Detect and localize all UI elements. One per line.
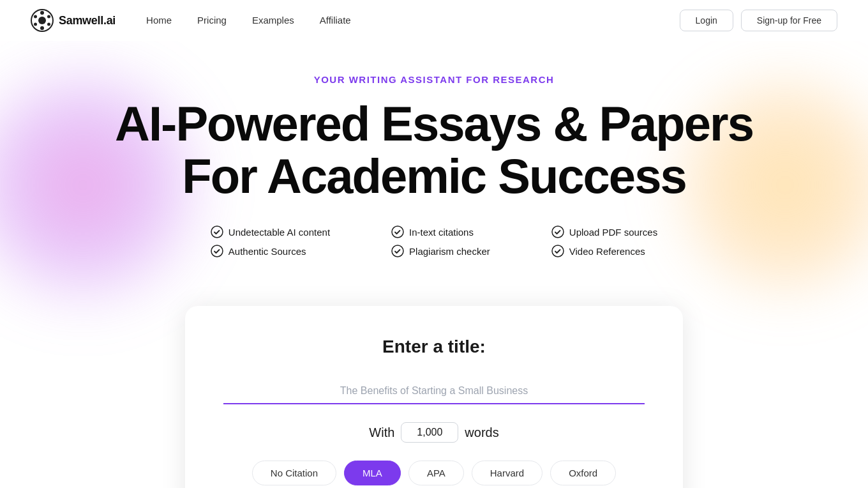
citation-apa[interactable]: APA	[408, 461, 464, 485]
svg-point-2	[40, 11, 44, 15]
navbar: Samwell.ai Home Pricing Examples Affilia…	[0, 0, 868, 41]
check-icon-1	[211, 225, 223, 238]
words-suffix: words	[465, 425, 498, 440]
features-col-1: Undetectable AI content Authentic Source…	[180, 225, 361, 257]
hero-subtitle: YOUR WRITING ASSISTANT FOR RESEARCH	[26, 74, 842, 85]
feature-item-5: Upload PDF sources	[551, 225, 657, 238]
feature-item-6: Video References	[551, 245, 657, 257]
features-grid: Undetectable AI content Authentic Source…	[26, 225, 842, 257]
feature-item-1: Undetectable AI content	[211, 225, 330, 238]
hero-title-line2: For Academic Success	[182, 149, 685, 203]
feature-item-4: Plagiarism checker	[391, 245, 490, 257]
svg-point-10	[392, 226, 403, 238]
nav-item-pricing[interactable]: Pricing	[197, 15, 227, 26]
feature-item-3: In-text citations	[391, 225, 490, 238]
feature-label-6: Video References	[569, 246, 645, 257]
citation-row: No Citation MLA APA Harvard Oxford	[223, 461, 645, 485]
hero-title: AI-Powered Essays & Papers For Academic …	[26, 98, 842, 202]
main-card: Enter a title: With words No Citation ML…	[185, 306, 683, 488]
logo[interactable]: Samwell.ai	[31, 9, 116, 32]
login-button[interactable]: Login	[680, 10, 733, 31]
words-with-label: With	[369, 425, 394, 440]
nav-link-home[interactable]: Home	[146, 15, 172, 26]
svg-point-6	[34, 23, 37, 26]
words-input[interactable]	[401, 422, 458, 443]
check-icon-2	[211, 245, 223, 257]
nav-item-examples[interactable]: Examples	[252, 15, 294, 26]
features-col-3: Upload PDF sources Video References	[521, 225, 688, 257]
logo-icon	[31, 9, 54, 32]
citation-harvard[interactable]: Harvard	[472, 461, 542, 485]
check-icon-3	[391, 225, 404, 238]
svg-point-13	[552, 245, 564, 257]
features-col-2: In-text citations Plagiarism checker	[361, 225, 521, 257]
svg-point-1	[38, 17, 46, 24]
nav-right: Login Sign-up for Free	[680, 10, 837, 31]
svg-point-11	[392, 245, 403, 257]
nav-links: Home Pricing Examples Affiliate	[146, 15, 351, 26]
svg-point-4	[47, 23, 50, 26]
citation-oxford[interactable]: Oxford	[550, 461, 616, 485]
nav-item-home[interactable]: Home	[146, 15, 172, 26]
svg-point-8	[211, 226, 223, 238]
citation-mla[interactable]: MLA	[344, 461, 401, 485]
hero-section: YOUR WRITING ASSISTANT FOR RESEARCH AI-P…	[0, 41, 868, 306]
check-icon-5	[551, 225, 564, 238]
feature-label-1: Undetectable AI content	[228, 227, 330, 238]
feature-label-3: In-text citations	[409, 227, 474, 238]
logo-text: Samwell.ai	[59, 14, 116, 27]
svg-point-9	[211, 245, 223, 257]
check-icon-6	[551, 245, 564, 257]
citation-no-citation[interactable]: No Citation	[252, 461, 336, 485]
svg-point-12	[552, 226, 564, 238]
words-row: With words	[223, 422, 645, 443]
title-input-wrapper	[223, 380, 645, 404]
svg-point-7	[34, 15, 37, 19]
nav-link-affiliate[interactable]: Affiliate	[320, 15, 351, 26]
nav-link-pricing[interactable]: Pricing	[197, 15, 227, 26]
title-input[interactable]	[223, 380, 645, 404]
feature-label-2: Authentic Sources	[228, 246, 306, 257]
nav-link-examples[interactable]: Examples	[252, 15, 294, 26]
nav-item-affiliate[interactable]: Affiliate	[320, 15, 351, 26]
feature-label-4: Plagiarism checker	[409, 246, 490, 257]
feature-label-5: Upload PDF sources	[569, 227, 657, 238]
signup-button[interactable]: Sign-up for Free	[741, 10, 837, 31]
check-icon-4	[391, 245, 404, 257]
hero-title-line1: AI-Powered Essays & Papers	[115, 96, 753, 151]
nav-left: Samwell.ai Home Pricing Examples Affilia…	[31, 9, 351, 32]
feature-item-2: Authentic Sources	[211, 245, 330, 257]
card-title: Enter a title:	[223, 337, 645, 357]
svg-point-3	[47, 15, 50, 19]
svg-point-5	[40, 26, 44, 30]
card-wrapper: Enter a title: With words No Citation ML…	[0, 306, 868, 488]
